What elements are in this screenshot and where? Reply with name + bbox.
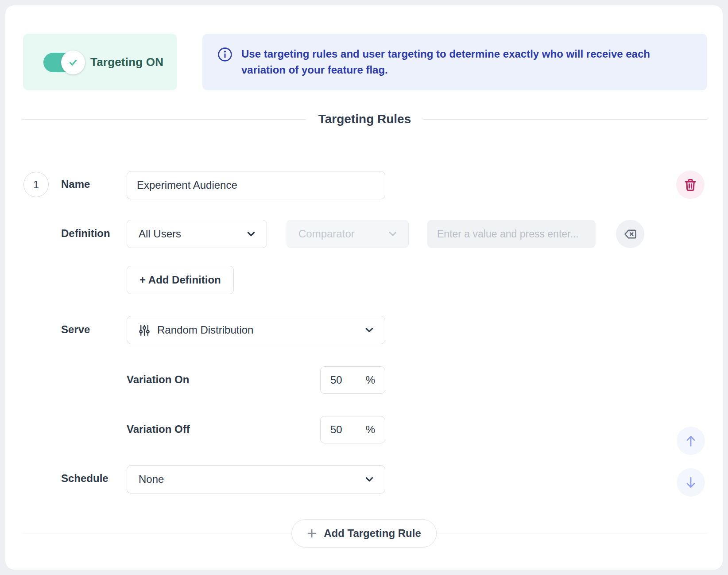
section-heading: Targeting Rules: [22, 110, 707, 128]
variation-on-input[interactable]: [330, 374, 357, 386]
add-targeting-rule-button[interactable]: Add Targeting Rule: [291, 519, 437, 548]
chevron-down-icon: [365, 327, 373, 333]
arrow-up-icon: [685, 434, 697, 448]
chevron-down-icon: [365, 477, 373, 482]
info-banner-text: Use targeting rules and user targeting t…: [241, 46, 692, 78]
variation-on-field: %: [320, 366, 385, 394]
chevron-down-icon: [247, 231, 255, 237]
comparator-placeholder: Comparator: [298, 228, 389, 240]
info-icon: [217, 47, 232, 62]
toggle-knob: [61, 51, 85, 74]
heading-divider-right: [423, 119, 707, 120]
serve-select[interactable]: Random Distribution: [127, 316, 385, 344]
clear-definition-button[interactable]: [616, 220, 644, 248]
plus-icon: [307, 528, 317, 538]
move-rule-up-button[interactable]: [677, 427, 705, 455]
variation-on-label: Variation On: [127, 373, 189, 386]
schedule-value: None: [139, 473, 365, 486]
heading-divider-left: [22, 119, 306, 120]
info-banner: Use targeting rules and user targeting t…: [202, 34, 707, 90]
backspace-icon: [623, 229, 637, 240]
chevron-down-icon: [389, 231, 397, 237]
add-targeting-rule-label: Add Targeting Rule: [324, 527, 421, 540]
definition-label: Definition: [61, 227, 110, 240]
check-icon: [68, 57, 78, 68]
variation-off-label: Variation Off: [127, 423, 190, 435]
arrow-down-icon: [685, 476, 697, 490]
name-label: Name: [61, 178, 90, 190]
targeting-status-label: Targeting ON: [90, 34, 163, 90]
schedule-label: Schedule: [61, 472, 108, 485]
move-rule-down-button[interactable]: [677, 468, 705, 497]
rule-number-badge: 1: [23, 172, 49, 197]
variation-on-unit: %: [366, 374, 375, 386]
targeting-page: Targeting ON Use targeting rules and use…: [0, 0, 728, 575]
comparator-select[interactable]: Comparator: [287, 220, 409, 248]
add-definition-button[interactable]: + Add Definition: [127, 266, 234, 294]
definition-value-input[interactable]: [427, 220, 596, 248]
sliders-icon: [139, 324, 150, 336]
delete-rule-button[interactable]: [676, 171, 705, 199]
targeting-toggle[interactable]: [43, 53, 78, 72]
variation-off-field: %: [320, 416, 385, 443]
serve-label: Serve: [61, 323, 90, 336]
definition-subject-value: All Users: [139, 228, 247, 240]
rule-name-input[interactable]: [127, 171, 385, 199]
variation-off-input[interactable]: [330, 423, 357, 436]
page-title: Targeting Rules: [306, 112, 424, 126]
variation-off-unit: %: [366, 423, 375, 436]
targeting-toggle-container: Targeting ON: [23, 34, 177, 90]
definition-subject-select[interactable]: All Users: [127, 220, 267, 248]
serve-value: Random Distribution: [157, 324, 365, 336]
schedule-select[interactable]: None: [127, 465, 385, 493]
trash-icon: [684, 178, 697, 192]
